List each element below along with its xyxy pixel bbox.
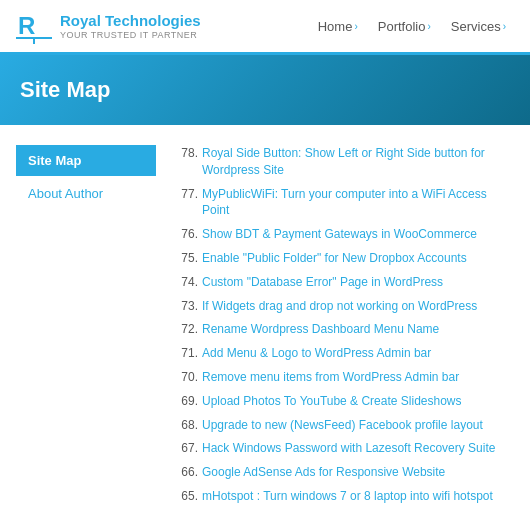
portfolio-chevron-icon: ›	[427, 21, 430, 32]
page-title: Site Map	[20, 77, 510, 103]
list-item: 73.If Widgets drag and drop not working …	[172, 298, 514, 315]
home-chevron-icon: ›	[354, 21, 357, 32]
item-link[interactable]: Upgrade to new (NewsFeed) Facebook profi…	[202, 417, 483, 434]
sidebar: Site Map About Author	[16, 145, 156, 512]
sidebar-item-sitemap[interactable]: Site Map	[16, 145, 156, 176]
list-item: 66.Google AdSense Ads for Responsive Web…	[172, 464, 514, 481]
nav-item-services[interactable]: Services ›	[443, 15, 514, 38]
item-link[interactable]: Google AdSense Ads for Responsive Websit…	[202, 464, 445, 481]
item-number: 76.	[172, 226, 198, 241]
nav-item-portfolio[interactable]: Portfolio ›	[370, 15, 439, 38]
item-number: 72.	[172, 321, 198, 336]
item-number: 78.	[172, 145, 198, 160]
item-link[interactable]: mHotspot : Turn windows 7 or 8 laptop in…	[202, 488, 493, 505]
nav-item-home[interactable]: Home ›	[310, 15, 366, 38]
svg-text:R: R	[18, 12, 35, 39]
item-number: 75.	[172, 250, 198, 265]
list-item: 68.Upgrade to new (NewsFeed) Facebook pr…	[172, 417, 514, 434]
logo-area: R Royal Technologies Your Trusted IT Par…	[16, 8, 201, 44]
item-link[interactable]: Upload Photos To YouTube & Create Slides…	[202, 393, 462, 410]
list-item: 78.Royal Side Button: Show Left or Right…	[172, 145, 514, 179]
item-link[interactable]: Royal Side Button: Show Left or Right Si…	[202, 145, 514, 179]
list-item: 71.Add Menu & Logo to WordPress Admin ba…	[172, 345, 514, 362]
item-link[interactable]: Add Menu & Logo to WordPress Admin bar	[202, 345, 431, 362]
item-number: 73.	[172, 298, 198, 313]
hero-banner: Site Map	[0, 55, 530, 125]
item-number: 69.	[172, 393, 198, 408]
services-chevron-icon: ›	[503, 21, 506, 32]
item-link[interactable]: Remove menu items from WordPress Admin b…	[202, 369, 459, 386]
list-item: 76.Show BDT & Payment Gateways in WooCom…	[172, 226, 514, 243]
header: R Royal Technologies Your Trusted IT Par…	[0, 0, 530, 55]
item-link[interactable]: Rename Wordpress Dashboard Menu Name	[202, 321, 439, 338]
logo-text: Royal Technologies Your Trusted IT Partn…	[60, 12, 201, 40]
sitemap-list: 78.Royal Side Button: Show Left or Right…	[172, 145, 514, 512]
list-item: 70.Remove menu items from WordPress Admi…	[172, 369, 514, 386]
item-link[interactable]: Enable "Public Folder" for New Dropbox A…	[202, 250, 467, 267]
item-link[interactable]: Show BDT & Payment Gateways in WooCommer…	[202, 226, 477, 243]
item-number: 70.	[172, 369, 198, 384]
logo-icon: R	[16, 8, 52, 44]
item-number: 66.	[172, 464, 198, 479]
item-link[interactable]: Hack Windows Password with Lazesoft Reco…	[202, 440, 495, 457]
logo-subtitle: Your Trusted IT Partner	[60, 30, 201, 40]
item-link[interactable]: Custom "Database Error" Page in WordPres…	[202, 274, 443, 291]
main-nav: Home › Portfolio › Services ›	[310, 15, 514, 38]
list-item: 75.Enable "Public Folder" for New Dropbo…	[172, 250, 514, 267]
item-number: 74.	[172, 274, 198, 289]
list-item: 74.Custom "Database Error" Page in WordP…	[172, 274, 514, 291]
list-item: 65.mHotspot : Turn windows 7 or 8 laptop…	[172, 488, 514, 505]
item-number: 65.	[172, 488, 198, 503]
sidebar-item-about-author[interactable]: About Author	[16, 178, 156, 209]
list-item: 69.Upload Photos To YouTube & Create Sli…	[172, 393, 514, 410]
content-area: Site Map About Author 78.Royal Side Butt…	[0, 125, 530, 522]
item-number: 71.	[172, 345, 198, 360]
item-number: 68.	[172, 417, 198, 432]
item-number: 77.	[172, 186, 198, 201]
item-link[interactable]: MyPublicWiFi: Turn your computer into a …	[202, 186, 514, 220]
list-item: 67.Hack Windows Password with Lazesoft R…	[172, 440, 514, 457]
item-link[interactable]: If Widgets drag and drop not working on …	[202, 298, 477, 315]
item-number: 67.	[172, 440, 198, 455]
list-item: 77.MyPublicWiFi: Turn your computer into…	[172, 186, 514, 220]
list-item: 72.Rename Wordpress Dashboard Menu Name	[172, 321, 514, 338]
logo-title: Royal Technologies	[60, 12, 201, 30]
